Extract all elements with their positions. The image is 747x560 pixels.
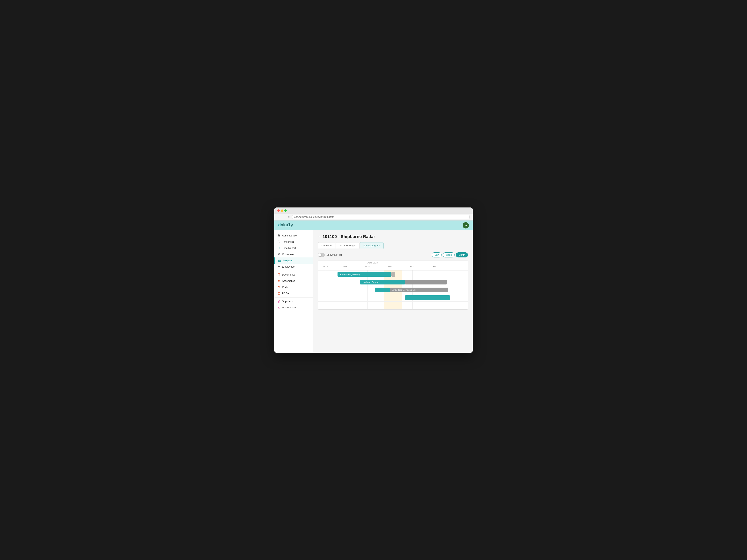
tab-overview[interactable]: Overview <box>318 242 336 248</box>
sidebar-item-timesheet[interactable]: Timesheet <box>274 239 313 245</box>
close-button[interactable] <box>277 209 280 212</box>
svg-rect-10 <box>278 260 281 262</box>
sidebar-label-projects: Projects <box>283 259 292 262</box>
svg-point-1 <box>278 235 280 237</box>
svg-point-16 <box>279 279 279 280</box>
tab-task-manager[interactable]: Task Manager <box>336 242 360 248</box>
customers-icon <box>277 253 281 256</box>
sidebar-item-pcba[interactable]: PCBA <box>274 290 313 296</box>
pcba-icon <box>277 292 281 295</box>
sidebar-label-time-report: Time Report <box>282 246 296 249</box>
svg-point-15 <box>278 281 280 282</box>
tabs-container: Overview Task Manager Gantt Diagram <box>318 242 468 248</box>
sidebar-label-employees: Employees <box>282 265 294 268</box>
sidebar-label-timesheet: Timesheet <box>282 240 294 243</box>
sidebar-label-suppliers: Suppliers <box>282 300 292 303</box>
show-task-toggle[interactable]: Show task list <box>318 253 342 257</box>
view-btn-month[interactable]: Month <box>456 252 468 258</box>
page-title: 101100 - Shipborne Radar <box>323 234 375 239</box>
sidebar-item-suppliers[interactable]: Suppliers <box>274 298 313 304</box>
sidebar-label-parts: Parts <box>282 286 288 289</box>
gantt-bar-task4[interactable] <box>405 295 450 300</box>
browser-window: ← → ↻ app.dokuly.com/projects/101100/gan… <box>274 208 473 353</box>
view-btn-week[interactable]: Week <box>443 252 455 258</box>
gantt-row-1: Hardware Design <box>318 278 468 286</box>
week-w18: W18 <box>410 265 415 268</box>
sidebar-item-procurement[interactable]: Procurement <box>274 304 313 311</box>
time-report-icon <box>277 246 281 250</box>
browser-titlebar <box>274 208 473 214</box>
sidebar-item-parts[interactable]: Parts <box>274 284 313 290</box>
sidebar-item-administration[interactable]: Administration <box>274 233 313 239</box>
svg-line-4 <box>279 242 280 242</box>
gantt-month-label: April, 2023 <box>367 262 378 264</box>
sidebar-item-projects[interactable]: Projects <box>274 258 313 264</box>
app-header: dokuly tu <box>274 220 473 230</box>
gantt-bar-systems-engineering[interactable]: Systems Engineering <box>337 272 391 277</box>
sidebar-label-documents: Documents <box>282 273 295 276</box>
view-btn-day[interactable]: Day <box>432 252 442 258</box>
sidebar-label-assemblies: Assemblies <box>282 279 295 282</box>
svg-point-17 <box>279 282 279 282</box>
svg-point-9 <box>279 254 280 254</box>
week-w19: W19 <box>433 265 437 268</box>
back-nav-button[interactable]: ← <box>277 215 280 218</box>
app-body: Administration Timesheet <box>274 230 473 353</box>
documents-icon <box>277 273 281 276</box>
address-bar[interactable]: app.dokuly.com/projects/101100/gantt <box>292 215 470 219</box>
sidebar-item-time-report[interactable]: Time Report <box>274 245 313 251</box>
gantt-bar-embedded-development[interactable]: Embedded Development <box>390 288 448 292</box>
week-w15: W15 <box>343 265 347 268</box>
svg-point-13 <box>278 266 280 267</box>
main-content: ← 101100 - Shipborne Radar Overview Task… <box>313 230 473 353</box>
browser-nav: ← → ↻ app.dokuly.com/projects/101100/gan… <box>274 214 473 220</box>
svg-point-0 <box>278 235 280 236</box>
toggle-switch[interactable] <box>318 253 325 257</box>
gantt-header: April, 2023 W14 W15 W16 W17 W18 W19 <box>318 261 468 270</box>
svg-rect-21 <box>279 293 279 294</box>
assemblies-icon <box>277 279 281 283</box>
svg-point-19 <box>280 281 280 281</box>
app-container: dokuly tu Administration <box>274 220 473 353</box>
gantt-bar-systems-engineering-tail <box>391 272 395 277</box>
svg-rect-6 <box>279 248 279 249</box>
gantt-bar-label-embedded-development: Embedded Development <box>392 289 415 291</box>
tab-gantt-diagram[interactable]: Gantt Diagram <box>360 242 384 248</box>
gantt-bar-hardware-design-tail <box>405 280 447 285</box>
svg-point-18 <box>278 281 278 281</box>
svg-rect-7 <box>280 247 280 249</box>
svg-rect-11 <box>279 259 279 260</box>
sidebar-label-customers: Customers <box>282 253 294 256</box>
reload-nav-button[interactable]: ↻ <box>287 215 290 218</box>
week-w14: W14 <box>323 265 328 268</box>
projects-icon <box>278 259 281 262</box>
week-w16: W16 <box>365 265 370 268</box>
sidebar-label-pcba: PCBA <box>282 292 289 295</box>
parts-icon <box>277 286 281 289</box>
gantt-bar-label-hardware-design: Hardware Design <box>362 281 379 283</box>
sidebar-item-documents[interactable]: Documents <box>274 272 313 278</box>
sidebar-label-administration: Administration <box>282 234 298 237</box>
suppliers-icon <box>277 300 281 303</box>
sidebar-item-employees[interactable]: Employees <box>274 264 313 270</box>
sidebar-item-assemblies[interactable]: Assemblies <box>274 278 313 284</box>
gantt-body: Systems Engineering Hardware Design <box>318 270 468 309</box>
gantt-bar-hardware-design[interactable]: Hardware Design <box>360 280 405 285</box>
back-arrow-button[interactable]: ← <box>318 235 321 238</box>
minimize-button[interactable] <box>281 209 283 212</box>
week-w17: W17 <box>388 265 392 268</box>
gantt-bar-embedded-teal[interactable] <box>375 288 390 292</box>
view-buttons: Day Week Month <box>432 252 468 258</box>
svg-point-8 <box>278 253 279 254</box>
sidebar-item-customers[interactable]: Customers <box>274 251 313 258</box>
procurement-icon <box>277 306 281 309</box>
maximize-button[interactable] <box>284 209 287 212</box>
show-task-label: Show task list <box>327 254 342 256</box>
employees-icon <box>277 265 281 268</box>
gantt-chart: April, 2023 W14 W15 W16 W17 W18 W19 <box>318 261 468 310</box>
svg-rect-5 <box>278 248 278 249</box>
forward-nav-button[interactable]: → <box>282 215 285 218</box>
timesheet-icon <box>277 240 281 243</box>
sidebar-label-procurement: Procurement <box>282 306 297 309</box>
user-avatar[interactable]: tu <box>463 222 469 229</box>
